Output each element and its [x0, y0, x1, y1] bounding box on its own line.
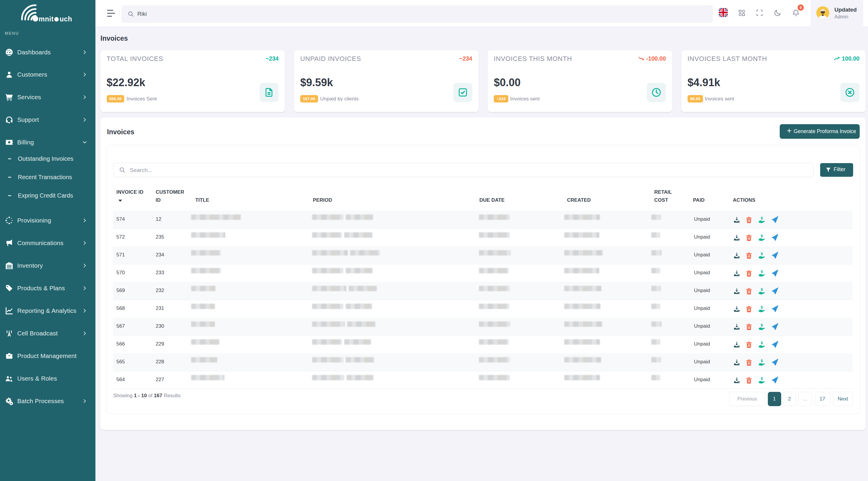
svg-text:uch: uch — [60, 15, 72, 23]
svg-text:mnit: mnit — [39, 15, 54, 23]
